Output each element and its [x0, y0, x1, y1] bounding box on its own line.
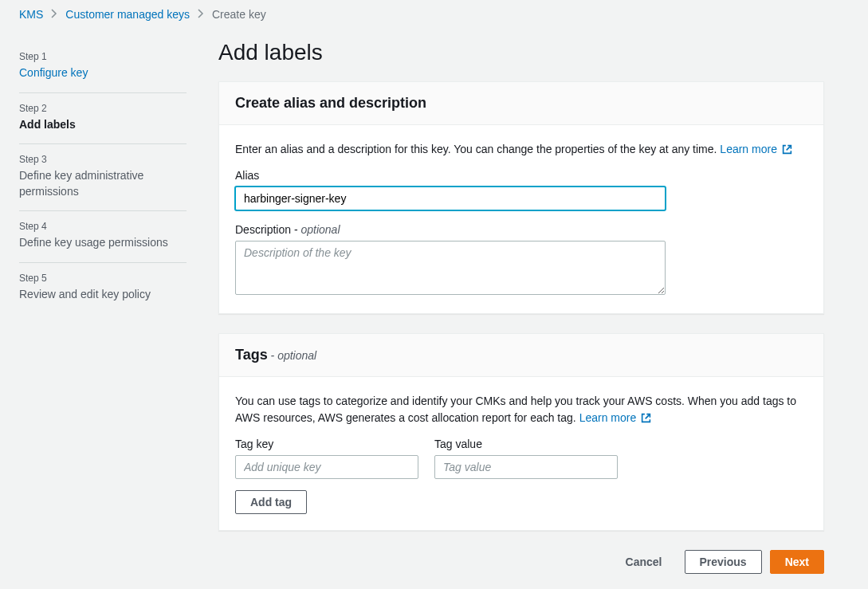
cancel-button[interactable]: Cancel	[611, 550, 677, 574]
step-title: Review and edit key policy	[19, 287, 187, 303]
step-label: Step 4	[19, 221, 187, 232]
tags-hint: You can use tags to categorize and ident…	[235, 393, 807, 428]
description-textarea[interactable]	[235, 241, 666, 295]
tag-value-label: Tag value	[434, 438, 618, 450]
chevron-right-icon	[198, 8, 204, 21]
step-5: Step 5 Review and edit key policy	[19, 263, 187, 314]
external-link-icon	[782, 143, 792, 159]
next-button[interactable]: Next	[770, 550, 824, 574]
step-title: Define key administrative permissions	[19, 168, 187, 199]
description-label: Description - optional	[235, 223, 807, 236]
tag-key-label: Tag key	[235, 438, 418, 450]
alias-panel: Create alias and description Enter an al…	[218, 81, 824, 314]
alias-panel-header: Create alias and description	[219, 82, 823, 125]
step-title: Configure key	[19, 65, 187, 81]
chevron-right-icon	[51, 8, 57, 21]
step-label: Step 5	[19, 273, 187, 284]
step-title: Define key usage permissions	[19, 235, 187, 251]
tag-key-input[interactable]	[235, 455, 418, 479]
step-3: Step 3 Define key administrative permiss…	[19, 144, 187, 211]
alias-label: Alias	[235, 169, 807, 182]
step-2: Step 2 Add labels	[19, 93, 187, 145]
previous-button[interactable]: Previous	[685, 550, 762, 574]
add-tag-button[interactable]: Add tag	[235, 490, 307, 514]
breadcrumb-current: Create key	[212, 8, 266, 21]
external-link-icon	[641, 411, 651, 428]
tags-panel: Tags - optional You can use tags to cate…	[218, 333, 824, 531]
wizard-steps: Step 1 Configure key Step 2 Add labels S…	[19, 29, 187, 574]
alias-learn-more-link[interactable]: Learn more	[720, 143, 791, 155]
page-title: Add labels	[218, 40, 824, 65]
wizard-footer: Cancel Previous Next	[218, 550, 824, 574]
breadcrumb-customer-managed-keys[interactable]: Customer managed keys	[65, 8, 190, 21]
step-label: Step 2	[19, 103, 187, 114]
tag-value-input[interactable]	[434, 455, 618, 479]
alias-hint: Enter an alias and a description for thi…	[235, 141, 807, 159]
step-4: Step 4 Define key usage permissions	[19, 211, 187, 263]
tags-learn-more-link[interactable]: Learn more	[579, 411, 651, 424]
tag-row: Tag key Tag value	[235, 438, 807, 479]
step-1[interactable]: Step 1 Configure key	[19, 41, 187, 93]
step-label: Step 3	[19, 154, 187, 165]
alias-panel-title: Create alias and description	[235, 95, 807, 112]
breadcrumb: KMS Customer managed keys Create key	[0, 0, 868, 29]
alias-input[interactable]	[235, 187, 666, 210]
step-title: Add labels	[19, 117, 187, 133]
breadcrumb-kms[interactable]: KMS	[19, 8, 43, 21]
step-label: Step 1	[19, 51, 187, 62]
tags-panel-title: Tags - optional	[235, 347, 807, 363]
tags-panel-header: Tags - optional	[219, 334, 823, 377]
